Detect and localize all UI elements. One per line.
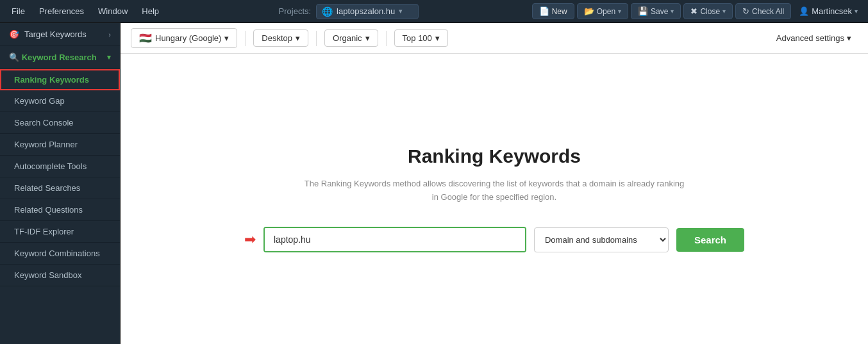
ranking-keywords-label: Ranking Keywords bbox=[14, 75, 89, 85]
keyword-research-chevron: ▾ bbox=[107, 53, 111, 61]
sidebar-item-autocomplete-tools[interactable]: Autocomplete Tools bbox=[0, 156, 120, 177]
open-label: Open bbox=[597, 7, 615, 16]
sidebar-item-keyword-combinations[interactable]: Keyword Combinations bbox=[0, 243, 120, 265]
keyword-planner-label: Keyword Planner bbox=[14, 140, 78, 149]
sidebar-item-keyword-sandbox[interactable]: Keyword Sandbox bbox=[0, 265, 120, 286]
menu-help[interactable]: Help bbox=[135, 4, 165, 19]
results-label: Top 100 bbox=[403, 33, 432, 43]
search-button[interactable]: Search bbox=[676, 228, 744, 252]
project-name: laptopszalon.hu bbox=[337, 6, 395, 16]
separator-2 bbox=[316, 31, 317, 46]
user-name: Martincsek bbox=[812, 6, 852, 16]
check-all-button[interactable]: ↻ Check All bbox=[735, 3, 791, 19]
search-row: ➡ Domain and subdomains Domain only Exac… bbox=[244, 227, 744, 252]
domain-search-input[interactable] bbox=[265, 228, 525, 251]
user-icon: 👤 bbox=[799, 6, 809, 16]
keyword-combinations-label: Keyword Combinations bbox=[14, 249, 100, 258]
tfidf-explorer-label: TF-IDF Explorer bbox=[14, 227, 74, 236]
project-chevron: ▾ bbox=[399, 7, 403, 15]
save-label: Save bbox=[651, 7, 668, 16]
user-button[interactable]: 👤 Martincsek ▾ bbox=[794, 4, 863, 19]
menu-file[interactable]: File bbox=[5, 4, 31, 19]
close-label: Close bbox=[700, 7, 720, 16]
refresh-icon: ↻ bbox=[742, 6, 749, 16]
target-keywords-label: Target Keywords bbox=[24, 29, 87, 39]
save-chevron: ▾ bbox=[671, 8, 674, 15]
content-toolbar: 🇭🇺 Hungary (Google) ▾ Desktop ▾ Organic … bbox=[121, 23, 868, 54]
separator-3 bbox=[386, 31, 387, 46]
new-label: New bbox=[552, 7, 567, 16]
close-chevron: ▾ bbox=[722, 8, 726, 15]
search-console-label: Search Console bbox=[14, 118, 74, 127]
related-searches-label: Related Searches bbox=[14, 183, 80, 193]
main-content: Ranking Keywords The Ranking Keywords me… bbox=[121, 54, 868, 344]
menu-preferences[interactable]: Preferences bbox=[33, 4, 90, 19]
device-chevron: ▾ bbox=[296, 33, 300, 43]
menu-right: 📄 New 📂 Open ▾ 💾 Save ▾ ✖ Close ▾ ↻ Chec… bbox=[532, 3, 863, 19]
new-icon: 📄 bbox=[539, 6, 549, 16]
page-description: The Ranking Keywords method allows disco… bbox=[302, 177, 687, 204]
sidebar: 🎯 Target Keywords › 🔍 Keyword Research ▾… bbox=[0, 23, 121, 344]
project-selector[interactable]: 🌐 laptopszalon.hu ▾ bbox=[316, 4, 419, 19]
open-chevron: ▾ bbox=[618, 8, 621, 15]
arrow-indicator: ➡ bbox=[244, 231, 256, 248]
open-icon: 📂 bbox=[584, 6, 594, 16]
project-icon: 🌐 bbox=[322, 6, 333, 17]
search-type-chevron: ▾ bbox=[365, 33, 370, 43]
close-button[interactable]: ✖ Close ▾ bbox=[683, 3, 733, 19]
device-label: Desktop bbox=[262, 33, 292, 43]
target-keywords-icon: 🎯 bbox=[9, 29, 19, 39]
toolbar-right: Advanced settings ▾ bbox=[770, 30, 858, 46]
new-button[interactable]: 📄 New bbox=[532, 3, 574, 19]
sidebar-item-target-keywords[interactable]: 🎯 Target Keywords › bbox=[0, 23, 120, 46]
results-filter[interactable]: Top 100 ▾ bbox=[394, 29, 448, 47]
separator-1 bbox=[245, 31, 246, 46]
domain-type-select[interactable]: Domain and subdomains Domain only Exact … bbox=[534, 227, 669, 252]
sidebar-item-related-searches[interactable]: Related Searches bbox=[0, 177, 120, 199]
sidebar-item-tfidf-explorer[interactable]: TF-IDF Explorer bbox=[0, 221, 120, 243]
advanced-settings-label: Advanced settings bbox=[776, 33, 844, 43]
results-chevron: ▾ bbox=[435, 33, 440, 43]
menu-window[interactable]: Window bbox=[92, 4, 134, 19]
open-button[interactable]: 📂 Open ▾ bbox=[577, 3, 628, 19]
advanced-settings-chevron: ▾ bbox=[847, 33, 851, 43]
sidebar-item-keyword-gap[interactable]: Keyword Gap bbox=[0, 90, 120, 112]
search-type-label: Organic bbox=[333, 33, 362, 43]
keyword-sandbox-label: Keyword Sandbox bbox=[14, 270, 82, 280]
country-filter[interactable]: 🇭🇺 Hungary (Google) ▾ bbox=[131, 28, 237, 48]
related-questions-label: Related Questions bbox=[14, 205, 83, 215]
sidebar-item-keyword-planner[interactable]: Keyword Planner bbox=[0, 134, 120, 156]
country-chevron: ▾ bbox=[224, 33, 229, 43]
sidebar-item-ranking-keywords[interactable]: Ranking Keywords bbox=[0, 69, 120, 90]
sidebar-keyword-research-header[interactable]: 🔍 Keyword Research ▾ bbox=[0, 46, 120, 69]
menu-center: Projects: 🌐 laptopszalon.hu ▾ bbox=[165, 4, 532, 19]
close-icon: ✖ bbox=[690, 6, 697, 16]
user-chevron: ▾ bbox=[855, 8, 858, 15]
menu-bar: File Preferences Window Help Projects: 🌐… bbox=[0, 0, 868, 23]
search-type-filter[interactable]: Organic ▾ bbox=[324, 29, 378, 47]
page-title: Ranking Keywords bbox=[408, 145, 581, 167]
sidebar-item-search-console[interactable]: Search Console bbox=[0, 112, 120, 134]
device-filter[interactable]: Desktop ▾ bbox=[253, 29, 308, 47]
save-button[interactable]: 💾 Save ▾ bbox=[631, 3, 681, 19]
projects-label: Projects: bbox=[279, 6, 312, 16]
keyword-research-icon: 🔍 bbox=[9, 53, 19, 62]
menu-left: File Preferences Window Help bbox=[5, 4, 165, 19]
search-input-wrap bbox=[263, 227, 526, 252]
flag-icon: 🇭🇺 bbox=[139, 32, 152, 44]
sidebar-item-related-questions[interactable]: Related Questions bbox=[0, 199, 120, 221]
keyword-research-label: Keyword Research bbox=[22, 53, 97, 62]
target-keywords-chevron: › bbox=[108, 31, 111, 38]
keyword-gap-label: Keyword Gap bbox=[14, 96, 65, 106]
content-area: 🇭🇺 Hungary (Google) ▾ Desktop ▾ Organic … bbox=[121, 23, 868, 344]
advanced-settings-button[interactable]: Advanced settings ▾ bbox=[770, 30, 858, 46]
autocomplete-tools-label: Autocomplete Tools bbox=[14, 161, 87, 171]
check-all-label: Check All bbox=[752, 7, 784, 16]
main-layout: 🎯 Target Keywords › 🔍 Keyword Research ▾… bbox=[0, 23, 868, 344]
country-label: Hungary (Google) bbox=[155, 33, 221, 43]
save-icon: 💾 bbox=[638, 6, 648, 16]
